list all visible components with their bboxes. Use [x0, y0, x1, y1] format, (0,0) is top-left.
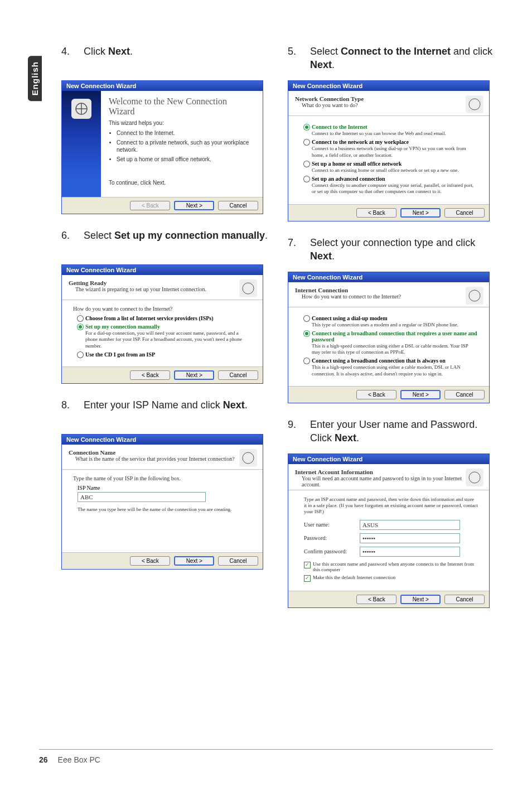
step-7-number: 7.: [288, 236, 299, 264]
radio-option-advanced[interactable]: Set up an advanced connectionConnect dir…: [304, 176, 478, 195]
step-6-heading: 6. Select Set up my connection manually.: [61, 229, 272, 257]
wizard-side-graphic: [62, 91, 101, 197]
radio-option-home-net[interactable]: Set up a home or small office networkCon…: [304, 161, 478, 173]
step-6-number: 6.: [61, 229, 72, 257]
isp-name-label: ISP Name: [78, 485, 252, 491]
step-4-number: 4.: [61, 45, 72, 73]
confirm-password-input[interactable]: ••••••: [360, 547, 460, 557]
wizard-5: New Connection Wizard Network Connection…: [288, 80, 490, 221]
step-9-number: 9.: [288, 418, 299, 446]
next-button[interactable]: Next >: [174, 201, 214, 210]
step-4-text: Click Next.: [84, 45, 133, 73]
next-button[interactable]: Next >: [400, 390, 441, 399]
radio-option-cd[interactable]: Use the CD I got from an ISP: [78, 351, 252, 358]
wizard-titlebar: New Connection Wizard: [62, 265, 263, 275]
next-button[interactable]: Next >: [400, 208, 441, 218]
password-input[interactable]: ••••••: [360, 533, 460, 543]
svg-rect-5: [466, 95, 483, 113]
wizard-4: New Connection Wizard Welcome to the New…: [61, 80, 263, 214]
step-5-number: 5.: [288, 45, 299, 73]
svg-rect-9: [466, 469, 483, 486]
network-icon: [239, 449, 257, 467]
step-6-text: Select Set up my connection manually.: [84, 229, 268, 257]
password-label: Password:: [304, 535, 354, 541]
back-button[interactable]: < Back: [356, 208, 396, 218]
back-button[interactable]: < Back: [130, 370, 170, 380]
bullet-item: Connect to the Internet.: [117, 129, 255, 137]
step-8-heading: 8. Enter your ISP Name and click Next.: [61, 398, 272, 426]
network-icon: [466, 95, 483, 113]
wizard-header-sub: What is the name of the service that pro…: [69, 456, 239, 462]
cancel-button[interactable]: Cancel: [444, 208, 485, 218]
wizard-header-sub: How do you want to connect to the Intern…: [295, 293, 466, 300]
wizard-header-sub: What do you want to do?: [295, 102, 466, 108]
wizard-titlebar: New Connection Wizard: [288, 454, 489, 464]
step-5-heading: 5. Select Connect to the Internet and cl…: [288, 45, 499, 73]
step-8-text: Enter your ISP Name and click Next.: [84, 398, 248, 426]
svg-rect-1: [239, 279, 257, 297]
back-button[interactable]: < Back: [356, 595, 396, 604]
wizard-8: New Connection Wizard Connection Name Wh…: [61, 434, 263, 570]
back-button[interactable]: < Back: [130, 201, 170, 210]
bullet-item: Connect to a private network, such as yo…: [117, 139, 255, 153]
checkbox-use-account-anyone[interactable]: Use this account name and password when …: [304, 561, 478, 572]
network-icon: [466, 469, 483, 486]
network-icon: [466, 287, 483, 305]
account-intro: Type an ISP account name and password, t…: [304, 496, 478, 515]
cancel-button[interactable]: Cancel: [218, 556, 258, 566]
wizard-7: New Connection Wizard Internet Connectio…: [288, 272, 490, 403]
prompt-text: How do you want to connect to the Intern…: [73, 306, 252, 312]
wizard-6: New Connection Wizard Getting Ready The …: [61, 264, 263, 384]
wizard-header-title: Getting Ready: [69, 279, 239, 286]
step-7-text: Select your connection type and click Ne…: [310, 236, 499, 264]
wizard-titlebar: New Connection Wizard: [288, 81, 489, 91]
wizard-welcome-title: Welcome to the New Connection Wizard: [109, 97, 255, 117]
bullet-item: Set up a home or small office network.: [117, 156, 255, 163]
page-footer: 26 Eee Box PC: [39, 749, 493, 764]
wizard-titlebar: New Connection Wizard: [62, 81, 263, 91]
network-icon: [69, 97, 94, 121]
svg-rect-7: [466, 287, 483, 305]
step-9-heading: 9. Enter your User name and Password. Cl…: [288, 418, 499, 446]
wizard-header-title: Connection Name: [69, 449, 239, 456]
radio-option-workplace[interactable]: Connect to the network at my workplaceCo…: [304, 139, 478, 158]
wizard-header-sub: You will need an account name and passwo…: [295, 475, 466, 488]
next-button[interactable]: Next >: [174, 556, 214, 566]
product-name: Eee Box PC: [58, 755, 100, 764]
isp-prompt: Type the name of your ISP in the followi…: [73, 475, 252, 481]
checkbox-default-connection[interactable]: Make this the default Internet connectio…: [304, 575, 478, 582]
back-button[interactable]: < Back: [356, 390, 396, 399]
username-label: User name:: [304, 522, 354, 528]
wizard-header-title: Internet Connection: [295, 287, 466, 293]
step-8-number: 8.: [61, 398, 72, 426]
wizard-9: New Connection Wizard Internet Account I…: [288, 454, 490, 608]
cancel-button[interactable]: Cancel: [218, 201, 258, 210]
isp-note: The name you type here will be the name …: [78, 507, 252, 513]
back-button[interactable]: < Back: [130, 556, 170, 566]
wizard-header-sub: The wizard is preparing to set up your I…: [69, 286, 239, 292]
radio-option-broadband-on[interactable]: Connect using a broadband connection tha…: [304, 358, 478, 377]
wizard-header-title: Internet Account Information: [295, 469, 466, 475]
radio-option-isp-list[interactable]: Choose from a list of Internet service p…: [78, 315, 252, 321]
next-button[interactable]: Next >: [400, 595, 441, 604]
cancel-button[interactable]: Cancel: [444, 595, 485, 604]
wizard-header-title: Network Connection Type: [295, 95, 466, 102]
wizard-titlebar: New Connection Wizard: [288, 272, 489, 282]
step-9-text: Enter your User name and Password. Click…: [310, 418, 499, 446]
radio-option-broadband-pw[interactable]: Connect using a broadband connection tha…: [304, 330, 478, 356]
username-input[interactable]: ASUS: [360, 520, 460, 530]
continue-note: To continue, click Next.: [109, 180, 255, 186]
step-7-heading: 7. Select your connection type and click…: [288, 236, 499, 264]
next-button[interactable]: Next >: [174, 370, 214, 380]
wizard-titlebar: New Connection Wizard: [62, 435, 263, 445]
cancel-button[interactable]: Cancel: [444, 390, 485, 399]
radio-option-internet[interactable]: Connect to the InternetConnect to the In…: [304, 124, 478, 137]
radio-option-manual[interactable]: Set up my connection manuallyFor a dial-…: [78, 324, 252, 349]
radio-option-dialup[interactable]: Connect using a dial-up modemThis type o…: [304, 315, 478, 328]
cancel-button[interactable]: Cancel: [218, 370, 258, 380]
isp-name-input[interactable]: ABC: [78, 492, 206, 502]
confirm-password-label: Confirm password:: [304, 548, 354, 554]
step-5-text: Select Connect to the Internet and click…: [310, 45, 499, 73]
network-icon: [239, 279, 257, 297]
svg-rect-3: [239, 449, 257, 467]
